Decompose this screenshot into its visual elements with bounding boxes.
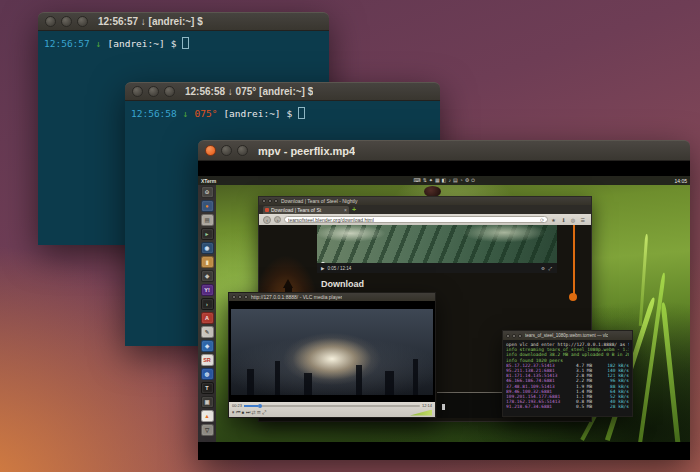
panel-app-name: XTerm bbox=[201, 178, 216, 184]
desktop-background: 12:56:57 ↓ [andrei:~] $ 12:56:57 ↓ [andr… bbox=[0, 0, 700, 472]
tray-icon[interactable]: ♪ bbox=[449, 178, 452, 183]
tray-icon[interactable]: ◔ bbox=[460, 178, 463, 183]
reload-icon[interactable]: ⟳ bbox=[540, 217, 544, 223]
mpv-video-area[interactable]: XTerm ⌨⇅✦▦◧♪▤◔⚙⏻ 14:05 ⊙●▤▸◉▮◆Y!›A✎◈SR◍T… bbox=[198, 161, 690, 460]
firefox-navbar[interactable]: ‹ › tearsofsteel.blender.org/download.ht… bbox=[259, 214, 591, 225]
xterm-window[interactable] bbox=[437, 392, 503, 418]
player-right-icons[interactable]: ⚙ ⤢ bbox=[541, 266, 553, 271]
vlc-window[interactable]: http://127.0.0.1:8888/ - VLC media playe… bbox=[228, 292, 436, 418]
launcher-icon-glyph: ▽ bbox=[205, 427, 209, 433]
firefox-tabbar[interactable]: Download | Tears of St × + bbox=[259, 205, 591, 214]
tray-icon[interactable]: ⏻ bbox=[471, 178, 475, 183]
terminal2-title: 12:56:58 ↓ 075° [andrei:~] $ bbox=[185, 86, 313, 97]
vlc-titlebar[interactable]: http://127.0.0.1:8888/ - VLC media playe… bbox=[229, 293, 435, 301]
minimize-icon bbox=[238, 295, 242, 299]
minimize-icon bbox=[268, 199, 272, 203]
window-buttons[interactable] bbox=[506, 334, 522, 338]
firefox-title: Download | Tears of Steel - Nightly bbox=[281, 198, 358, 204]
vlc-seek-bar[interactable] bbox=[244, 405, 420, 407]
launcher-icon[interactable]: ▣ bbox=[201, 396, 214, 408]
launcher-icon[interactable]: ◍ bbox=[201, 368, 214, 380]
prompt-temperature: 075° bbox=[195, 108, 218, 119]
tower-silhouette bbox=[304, 373, 312, 395]
play-icon[interactable]: ▶ bbox=[321, 266, 324, 271]
tower-silhouette bbox=[356, 365, 362, 395]
launcher-icon-glyph: ▤ bbox=[204, 217, 209, 223]
maximize-icon[interactable] bbox=[164, 86, 175, 97]
launcher-icon[interactable]: ● bbox=[201, 200, 214, 212]
tab-label: Download | Tears of St bbox=[271, 207, 342, 213]
launcher-icon[interactable]: T bbox=[201, 382, 214, 394]
peerflix-peer-list: 85.17.122.37:51413 4.7 MB 182 kB/s 95.21… bbox=[506, 363, 629, 410]
close-icon[interactable] bbox=[205, 145, 216, 156]
system-tray[interactable]: ⌨⇅✦▦◧♪▤◔⚙⏻ bbox=[413, 178, 475, 183]
back-button[interactable]: ‹ bbox=[263, 216, 271, 224]
mpv-window[interactable]: mpv - peerflix.mp4 XTerm ⌨⇅✦▦◧♪▤◔⚙⏻ 14:0 bbox=[198, 140, 690, 460]
minimize-icon[interactable] bbox=[61, 16, 72, 27]
launcher-icon[interactable]: ▲ bbox=[201, 410, 214, 422]
window-buttons[interactable] bbox=[262, 199, 278, 203]
tray-icon[interactable]: ▤ bbox=[453, 178, 458, 183]
firefox-titlebar[interactable]: Download | Tears of Steel - Nightly bbox=[259, 197, 591, 205]
prompt-arrow-icon: ↓ bbox=[96, 38, 102, 49]
terminal1-titlebar[interactable]: 12:56:57 ↓ [andrei:~] $ bbox=[38, 12, 329, 31]
tray-icon[interactable]: ⇅ bbox=[423, 178, 427, 183]
forward-button[interactable]: › bbox=[274, 216, 281, 223]
url-bar[interactable]: tearsofsteel.blender.org/download.html ⟳ bbox=[284, 216, 548, 223]
launcher-icon-glyph: ◉ bbox=[205, 245, 210, 251]
tray-icon[interactable]: ▦ bbox=[435, 178, 440, 183]
terminal2-titlebar[interactable]: 12:56:58 ↓ 075° [andrei:~] $ bbox=[125, 82, 440, 101]
launcher-icon[interactable]: ⊙ bbox=[201, 186, 214, 198]
video-controls[interactable]: ▶ 0:05 / 12:14 ⚙ ⤢ bbox=[317, 263, 557, 273]
tab-download-tears-of-steel[interactable]: Download | Tears of St × bbox=[263, 206, 349, 214]
embedded-video-player[interactable] bbox=[317, 225, 557, 263]
peerflix-output[interactable]: open vlc and enter http://127.0.0.1:8888… bbox=[503, 340, 632, 412]
launcher-icon[interactable]: SR bbox=[201, 354, 214, 366]
mpv-titlebar[interactable]: mpv - peerflix.mp4 bbox=[198, 140, 690, 161]
tray-icon[interactable]: ⚙ bbox=[465, 178, 469, 183]
seek-knob[interactable] bbox=[258, 404, 262, 408]
minimize-icon[interactable] bbox=[148, 86, 159, 97]
tab-close-icon[interactable]: × bbox=[344, 207, 347, 213]
plumb-line bbox=[573, 225, 575, 297]
maximize-icon[interactable] bbox=[77, 16, 88, 27]
launcher-icon[interactable]: ◈ bbox=[201, 340, 214, 352]
navbar-action-icons[interactable]: ★ ⬇ ◎ ☰ bbox=[551, 217, 587, 223]
launcher-icon[interactable]: ▸ bbox=[201, 228, 214, 240]
tray-icon[interactable]: ⌨ bbox=[413, 178, 420, 183]
launcher-icon-glyph: ◆ bbox=[205, 273, 209, 279]
launcher-icon[interactable]: ▤ bbox=[201, 214, 214, 226]
launcher-icon[interactable]: ◆ bbox=[201, 270, 214, 282]
vlc-video-area[interactable] bbox=[229, 301, 435, 402]
panel-clock[interactable]: 14:05 bbox=[674, 178, 687, 184]
launcher-icon[interactable]: ▽ bbox=[201, 424, 214, 436]
launcher-icon[interactable]: A bbox=[201, 312, 214, 324]
launcher-icon[interactable]: Y! bbox=[201, 284, 214, 296]
vlc-title: http://127.0.0.1:8888/ - VLC media playe… bbox=[251, 294, 342, 300]
close-icon[interactable] bbox=[132, 86, 143, 97]
new-tab-button[interactable]: + bbox=[352, 206, 356, 214]
plumb-dot bbox=[569, 293, 577, 301]
unity-launcher[interactable]: ⊙●▤▸◉▮◆Y!›A✎◈SR◍T▣▲▽ bbox=[198, 185, 216, 442]
peerflix-terminal-window[interactable]: tears_of_steel_1080p.webm.torrent — vlc … bbox=[502, 330, 633, 417]
launcher-icon-glyph: ◈ bbox=[205, 343, 209, 349]
window-buttons[interactable] bbox=[232, 295, 248, 299]
minimize-icon[interactable] bbox=[221, 145, 232, 156]
vlc-controls[interactable]: 00:23 12:14 ⏸ ⏮ ⏹ ⏭ ⇄ ☰ ⤢ bbox=[229, 402, 435, 417]
launcher-icon[interactable]: ▮ bbox=[201, 256, 214, 268]
launcher-icon[interactable]: › bbox=[201, 298, 214, 310]
vlc-transport-buttons[interactable]: ⏸ ⏮ ⏹ ⏭ ⇄ ☰ ⤢ bbox=[232, 409, 266, 416]
launcher-icon-glyph: ⊙ bbox=[205, 189, 210, 195]
tray-icon[interactable]: ✦ bbox=[429, 178, 433, 183]
tray-icon[interactable]: ◧ bbox=[442, 178, 447, 183]
peerflix-titlebar[interactable]: tears_of_steel_1080p.webm.torrent — vlc bbox=[503, 331, 632, 340]
maximize-icon bbox=[518, 334, 522, 338]
inner-top-panel[interactable]: XTerm ⌨⇅✦▦◧♪▤◔⚙⏻ 14:05 bbox=[198, 176, 690, 185]
maximize-icon[interactable] bbox=[237, 145, 248, 156]
close-icon bbox=[506, 334, 510, 338]
launcher-icon[interactable]: ✎ bbox=[201, 326, 214, 338]
close-icon[interactable] bbox=[45, 16, 56, 27]
url-text[interactable]: tearsofsteel.blender.org/download.html bbox=[288, 217, 374, 223]
launcher-icon[interactable]: ◉ bbox=[201, 242, 214, 254]
volume-slider[interactable] bbox=[410, 410, 432, 416]
